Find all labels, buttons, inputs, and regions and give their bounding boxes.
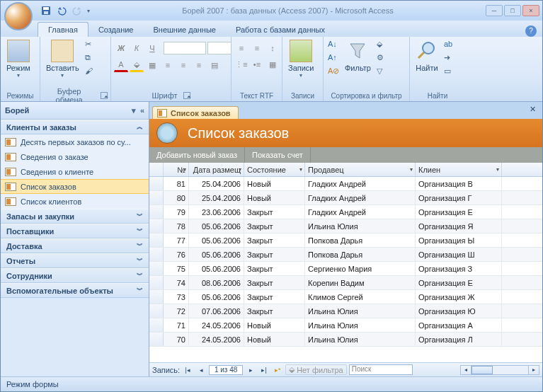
cell-seller[interactable]: Гладких Андрей bbox=[305, 177, 416, 190]
nav-section[interactable]: Клиенты и заказы︽ bbox=[1, 120, 149, 134]
cell-status[interactable]: Закрыт bbox=[244, 262, 305, 275]
cell-date[interactable]: 24.05.2006 bbox=[189, 333, 244, 346]
cell-status[interactable]: Закрыт bbox=[244, 304, 305, 318]
cell-number[interactable]: 76 bbox=[164, 248, 189, 261]
fill-color-icon[interactable]: ⬙ bbox=[130, 58, 144, 72]
cell-client[interactable]: Организация Я bbox=[416, 219, 502, 233]
font-color-icon[interactable]: А bbox=[114, 58, 128, 72]
row-selector[interactable] bbox=[149, 304, 164, 318]
row-selector[interactable] bbox=[149, 318, 164, 332]
maximize-button[interactable]: □ bbox=[504, 5, 521, 16]
nav-item[interactable]: Список клиентов bbox=[1, 194, 149, 209]
nav-item[interactable]: Сведения о заказе bbox=[1, 149, 149, 164]
bold-button[interactable]: Ж bbox=[114, 41, 128, 55]
italic-button[interactable]: К bbox=[130, 41, 144, 55]
cell-seller[interactable]: Ильина Юлия bbox=[305, 219, 416, 233]
cell-seller[interactable]: Ильина Юлия bbox=[305, 318, 416, 332]
tab-home[interactable]: Главная bbox=[38, 22, 88, 37]
chevron-down-icon[interactable]: ▾ bbox=[132, 106, 136, 115]
col-number[interactable]: №▾ bbox=[164, 163, 189, 176]
cell-date[interactable]: 05.06.2006 bbox=[189, 262, 244, 275]
table-row[interactable]: 8025.04.2006НовыйГладких АндрейОрганизац… bbox=[149, 191, 542, 205]
cell-status[interactable]: Новый bbox=[244, 318, 305, 332]
help-icon[interactable]: ? bbox=[525, 25, 537, 37]
cell-number[interactable]: 73 bbox=[164, 290, 189, 304]
cell-date[interactable]: 05.06.2006 bbox=[189, 248, 244, 261]
tab-dbtools[interactable]: Работа с базами данных bbox=[226, 23, 335, 37]
table-row[interactable]: 7923.06.2006ЗакрытГладких АндрейОрганиза… bbox=[149, 205, 542, 219]
cell-client[interactable]: Организация Ж bbox=[416, 290, 502, 304]
dropdown-icon[interactable]: ▾ bbox=[299, 166, 302, 173]
cell-seller[interactable]: Сергиенко Мария bbox=[305, 262, 416, 275]
cell-seller[interactable]: Гладких Андрей bbox=[305, 191, 416, 204]
cell-number[interactable]: 79 bbox=[164, 205, 189, 219]
nav-section[interactable]: Отчеты︾ bbox=[1, 253, 149, 268]
col-client[interactable]: Клиен▾ bbox=[416, 163, 502, 176]
col-status[interactable]: Состояние▾ bbox=[244, 163, 305, 176]
row-selector[interactable] bbox=[149, 219, 164, 233]
cell-client[interactable]: Организация Г bbox=[416, 191, 502, 204]
cell-seller[interactable]: Ильина Юлия bbox=[305, 333, 416, 346]
cell-seller[interactable]: Гладких Андрей bbox=[305, 205, 416, 219]
cell-date[interactable]: 25.04.2006 bbox=[189, 191, 244, 204]
nav-header[interactable]: Борей▾« bbox=[1, 102, 149, 120]
align-left-icon[interactable]: ≡ bbox=[161, 58, 175, 72]
col-seller[interactable]: Продавец▾ bbox=[305, 163, 416, 176]
row-selector[interactable] bbox=[149, 276, 164, 289]
scroll-thumb[interactable] bbox=[471, 366, 493, 374]
cell-date[interactable]: 05.06.2006 bbox=[189, 219, 244, 233]
copy-icon[interactable]: ⧉ bbox=[85, 53, 96, 64]
cell-date[interactable]: 23.06.2006 bbox=[189, 205, 244, 219]
office-button[interactable] bbox=[4, 2, 33, 30]
cell-date[interactable]: 05.06.2006 bbox=[189, 290, 244, 304]
cell-client[interactable]: Организация Е bbox=[416, 276, 502, 289]
toggle-filter-icon[interactable]: ▽ bbox=[377, 67, 388, 78]
table-row[interactable]: 7408.06.2006ЗакрытКорепин ВадимОрганизац… bbox=[149, 276, 542, 290]
cell-status[interactable]: Закрыт bbox=[244, 234, 305, 247]
nav-section[interactable]: Поставщики︾ bbox=[1, 224, 149, 238]
clear-sort-icon[interactable]: A⊘ bbox=[328, 67, 339, 78]
cell-client[interactable]: Организация Л bbox=[416, 333, 502, 346]
cell-seller[interactable]: Климов Сергей bbox=[305, 290, 416, 304]
dialog-launcher-icon[interactable] bbox=[183, 92, 190, 99]
dropdown-icon[interactable]: ▾ bbox=[496, 166, 499, 173]
font-combo[interactable] bbox=[164, 42, 206, 54]
cell-seller[interactable]: Попкова Дарья bbox=[305, 234, 416, 247]
last-record-icon[interactable]: ▸| bbox=[258, 365, 270, 375]
show-invoice-button[interactable]: Показать счет bbox=[245, 147, 311, 163]
advanced-filter-icon[interactable]: ⚙ bbox=[377, 53, 388, 64]
row-selector[interactable] bbox=[149, 290, 164, 304]
cell-date[interactable]: 05.06.2006 bbox=[189, 234, 244, 247]
align-center-icon[interactable]: ≡ bbox=[176, 58, 190, 72]
dropdown-icon[interactable]: ▾ bbox=[239, 166, 241, 173]
table-row[interactable]: 7024.05.2006НовыйИльина ЮлияОрганизация … bbox=[149, 333, 542, 347]
dropdown-icon[interactable]: ▾ bbox=[183, 166, 186, 173]
minimize-button[interactable]: ─ bbox=[486, 5, 503, 16]
doc-tab-orders[interactable]: Список заказов bbox=[152, 106, 239, 119]
cell-client[interactable]: Организация В bbox=[416, 177, 502, 190]
search-input[interactable]: Поиск bbox=[349, 364, 413, 375]
cell-number[interactable]: 80 bbox=[164, 191, 189, 204]
row-selector[interactable] bbox=[149, 248, 164, 261]
dropdown-icon[interactable]: ▾ bbox=[410, 166, 413, 173]
table-row[interactable]: 7124.05.2006НовыйИльина ЮлияОрганизация … bbox=[149, 318, 542, 333]
cell-status[interactable]: Закрыт bbox=[244, 276, 305, 289]
cell-number[interactable]: 78 bbox=[164, 219, 189, 233]
rtf-bullets-icon[interactable]: •≡ bbox=[250, 57, 264, 71]
table-row[interactable]: 7705.06.2006ЗакрытПопкова ДарьяОрганизац… bbox=[149, 234, 542, 248]
scroll-left-icon[interactable]: ◂ bbox=[460, 365, 471, 375]
row-selector[interactable] bbox=[149, 205, 164, 219]
cell-number[interactable]: 71 bbox=[164, 318, 189, 332]
record-position-input[interactable]: 1 из 48 bbox=[209, 365, 243, 375]
rtf-btn[interactable]: ≡ bbox=[250, 41, 264, 55]
cell-client[interactable]: Организация Ю bbox=[416, 304, 502, 318]
cell-status[interactable]: Закрыт bbox=[244, 219, 305, 233]
cell-client[interactable]: Организация А bbox=[416, 318, 502, 332]
row-selector[interactable] bbox=[149, 177, 164, 190]
row-selector-header[interactable] bbox=[149, 163, 164, 176]
table-row[interactable]: 7605.06.2006ЗакрытПопкова ДарьяОрганизац… bbox=[149, 248, 542, 262]
cell-client[interactable]: Организация Ы bbox=[416, 234, 502, 247]
selection-filter-icon[interactable]: ⬙ bbox=[377, 40, 388, 51]
sort-asc-icon[interactable]: A↓ bbox=[328, 40, 339, 51]
nav-section[interactable]: Вспомогательные объекты︾ bbox=[1, 283, 149, 298]
